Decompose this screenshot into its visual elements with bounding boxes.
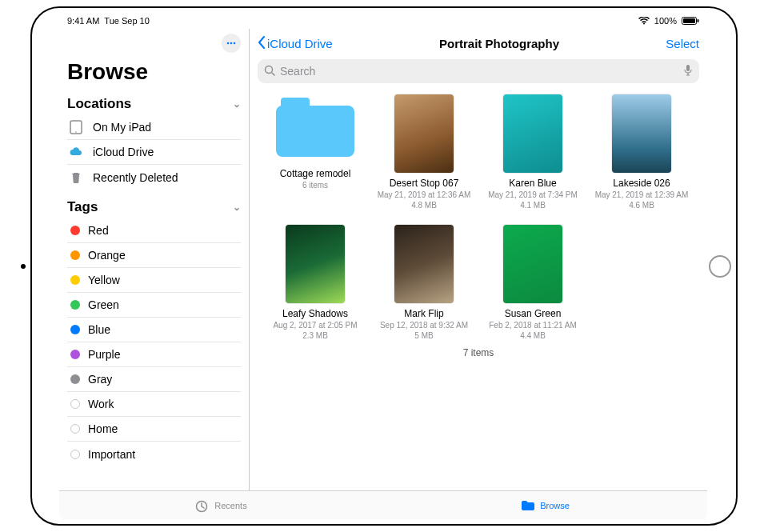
sidebar-item-icloud-drive[interactable]: iCloud Drive: [67, 140, 241, 165]
tag-item-green[interactable]: Green: [67, 293, 241, 318]
tab-recents[interactable]: Recents: [59, 491, 383, 519]
svg-point-7: [75, 131, 77, 133]
trash-icon: [67, 169, 85, 186]
item-meta-line2: 4.8 MB: [411, 201, 437, 211]
item-meta-line2: 4.1 MB: [520, 201, 546, 211]
more-button[interactable]: [222, 34, 241, 53]
sidebar-item-on-my-ipad[interactable]: On My iPad: [67, 115, 241, 140]
tag-item-important[interactable]: Important: [67, 442, 241, 466]
tag-label: Red: [88, 224, 109, 237]
item-name: Susan Green: [505, 308, 562, 319]
tag-label: Green: [88, 298, 119, 311]
device-frame: 9:41 AM Tue Sep 10 100%: [30, 6, 738, 526]
tags-header[interactable]: Tags ⌄: [67, 196, 241, 218]
tag-label: Purple: [88, 348, 120, 361]
sidebar-item-label: On My iPad: [93, 121, 151, 134]
file-item[interactable]: Leafy ShadowsAug 2, 2017 at 2:05 PM2.3 M…: [266, 225, 365, 341]
ipad-icon: [67, 118, 85, 136]
main-panel: iCloud Drive Portrait Photography Select…: [250, 29, 707, 490]
tag-dot-icon: [70, 325, 80, 334]
svg-rect-10: [686, 65, 690, 71]
tag-dot-icon: [70, 300, 80, 310]
home-button[interactable]: [709, 255, 731, 278]
tag-dot-icon: [70, 275, 80, 285]
tab-browse[interactable]: Browse: [383, 491, 707, 519]
file-thumbnail: [503, 225, 562, 303]
page-title: Portrait Photography: [333, 37, 666, 50]
tab-label: Browse: [540, 501, 570, 510]
tag-item-orange[interactable]: Orange: [67, 243, 241, 268]
file-thumbnail: [394, 94, 454, 173]
locations-list: On My iPad iCloud Drive Recently Deleted: [67, 115, 241, 190]
tag-dot-icon: [70, 226, 80, 235]
search-icon: [264, 65, 275, 78]
status-time: 9:41 AM: [67, 16, 99, 26]
item-name: Desert Stop 067: [390, 178, 459, 189]
tag-dot-icon: [70, 350, 80, 359]
file-thumbnail: [503, 94, 562, 173]
item-name: Karen Blue: [509, 178, 556, 189]
file-thumbnail: [286, 225, 345, 303]
tag-label: Gray: [88, 373, 112, 386]
file-item[interactable]: Lakeside 026May 21, 2019 at 12:39 AM4.6 …: [592, 94, 691, 210]
file-grid: Cottage remodel6 itemsDesert Stop 067May…: [266, 94, 691, 341]
chevron-down-icon: ⌄: [233, 202, 241, 213]
back-button[interactable]: iCloud Drive: [258, 36, 333, 51]
status-date: Tue Sep 10: [104, 16, 149, 26]
item-name: Leafy Shadows: [282, 308, 348, 319]
tag-dot-icon: [70, 424, 80, 434]
file-item[interactable]: Karen BlueMay 21, 2019 at 7:34 PM4.1 MB: [483, 94, 582, 210]
svg-point-8: [266, 66, 273, 73]
sidebar-title: Browse: [67, 59, 241, 85]
sidebar: Browse Locations ⌄ On My iPad: [59, 29, 250, 490]
device-camera: [21, 264, 26, 269]
svg-point-3: [227, 42, 230, 45]
item-meta-line2: 5 MB: [414, 331, 433, 342]
file-item[interactable]: Susan GreenFeb 2, 2018 at 11:21 AM4.4 MB: [483, 225, 582, 341]
svg-point-4: [230, 42, 233, 45]
item-meta-line2: 2.3 MB: [302, 331, 328, 342]
tag-dot-icon: [70, 250, 80, 260]
search-input[interactable]: Search: [258, 59, 699, 83]
locations-header[interactable]: Locations ⌄: [67, 93, 241, 115]
item-count: 7 items: [266, 341, 691, 365]
item-meta-line1: May 21, 2019 at 7:34 PM: [488, 190, 578, 201]
tag-dot-icon: [70, 450, 80, 459]
item-name: Mark Flip: [404, 308, 443, 319]
battery-icon: [682, 17, 699, 25]
tag-dot-icon: [70, 399, 80, 409]
file-item[interactable]: Desert Stop 067May 21, 2019 at 12:36 AM4…: [374, 94, 474, 210]
item-meta-line1: May 21, 2019 at 12:39 AM: [595, 190, 689, 201]
svg-rect-1: [683, 18, 695, 23]
tag-label: Yellow: [88, 274, 120, 286]
status-battery-pct: 100%: [654, 16, 677, 26]
tag-item-blue[interactable]: Blue: [67, 318, 241, 342]
tag-item-home[interactable]: Home: [67, 417, 241, 442]
sidebar-item-recently-deleted[interactable]: Recently Deleted: [67, 165, 241, 190]
cloud-icon: [67, 143, 85, 161]
file-item[interactable]: Mark FlipSep 12, 2018 at 9:32 AM5 MB: [374, 225, 474, 341]
folder-item[interactable]: Cottage remodel6 items: [266, 94, 365, 210]
mic-icon[interactable]: [683, 64, 693, 79]
tag-label: Blue: [88, 323, 110, 336]
tab-label: Recents: [214, 501, 246, 510]
file-grid-scroll[interactable]: Cottage remodel6 itemsDesert Stop 067May…: [250, 88, 707, 490]
tag-item-yellow[interactable]: Yellow: [67, 268, 241, 293]
svg-point-5: [234, 42, 236, 45]
svg-rect-2: [698, 19, 699, 22]
tag-item-gray[interactable]: Gray: [67, 367, 241, 392]
tag-label: Important: [88, 448, 135, 461]
item-meta-line1: 6 items: [302, 181, 328, 191]
tag-item-purple[interactable]: Purple: [67, 342, 241, 367]
item-meta-line2: 4.6 MB: [629, 201, 654, 211]
tag-item-red[interactable]: Red: [67, 218, 241, 243]
tab-bar: Recents Browse: [59, 490, 707, 519]
chevron-left-icon: [258, 36, 266, 51]
item-name: Cottage remodel: [280, 168, 351, 179]
item-meta-line1: Feb 2, 2018 at 11:21 AM: [489, 321, 577, 331]
folder-icon: [276, 94, 354, 157]
tag-item-work[interactable]: Work: [67, 392, 241, 417]
tag-label: Work: [88, 398, 114, 410]
wifi-icon: [638, 17, 650, 25]
select-button[interactable]: Select: [666, 37, 699, 50]
